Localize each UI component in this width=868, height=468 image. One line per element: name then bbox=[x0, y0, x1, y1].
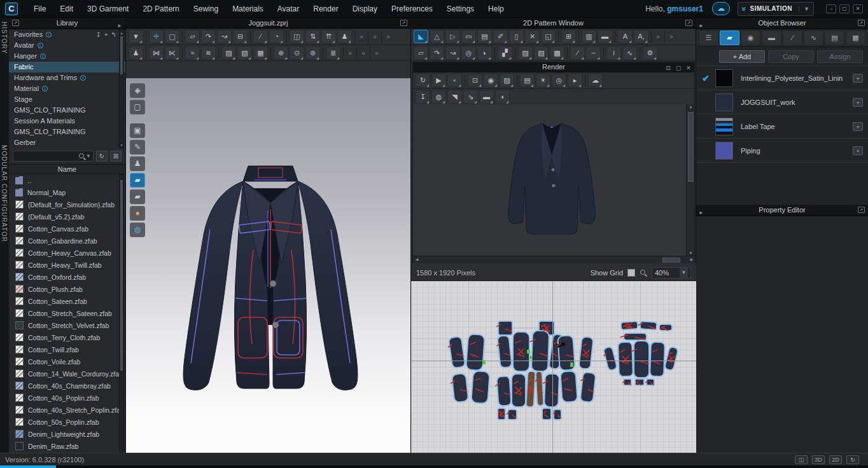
fold-steam-tool[interactable]: ≈◢ bbox=[185, 46, 200, 60]
garment-show-tool[interactable]: ▣ bbox=[130, 123, 145, 138]
library-category-hardware-and-trims[interactable]: Hardware and Trimsi bbox=[9, 72, 125, 83]
stress-map-tool[interactable]: ▦◢ bbox=[253, 46, 268, 60]
username-link[interactable]: gmsuser1 bbox=[667, 4, 703, 13]
arrange-pattern-tool[interactable]: ◫◢ bbox=[290, 30, 304, 43]
library-category-session-a-materials[interactable]: Session A Materials bbox=[9, 116, 125, 127]
buttonhole-tool[interactable]: ⊙◢ bbox=[290, 46, 304, 60]
menu-item-avatar[interactable]: Avatar bbox=[270, 0, 306, 18]
fabric-item-piping[interactable]: Piping＋ bbox=[696, 139, 868, 163]
edit-seam-tool[interactable]: ↝◢ bbox=[445, 46, 460, 60]
popout-icon[interactable]: ↗ bbox=[858, 20, 865, 26]
edit-curvature-tool[interactable]: ▷◢ bbox=[445, 30, 460, 43]
file-item-cotton-oxford-zfab[interactable]: Cotton_Oxford.zfab bbox=[9, 271, 125, 283]
show-garment-tool[interactable]: ▞◢ bbox=[498, 46, 512, 60]
reset-arrangement-tool[interactable]: ⇅◢ bbox=[305, 30, 320, 43]
copy-button[interactable]: Copy bbox=[768, 50, 814, 63]
fabric-item-interlining-polyester-satin-linin[interactable]: ✔Interlining_Polyester_Satin_Linin＋ bbox=[696, 66, 868, 90]
file-item-cotton-canvas-zfab[interactable]: Cotton_Canvas.zfab bbox=[9, 223, 125, 235]
avatar-fit-tool[interactable]: ♟◢ bbox=[337, 30, 352, 43]
polygon-pattern-tool[interactable]: ✐◢ bbox=[493, 30, 508, 43]
library-category-stage[interactable]: Stage bbox=[9, 94, 125, 105]
dart-tool[interactable]: ✕◢ bbox=[525, 30, 540, 43]
item-options-icon[interactable]: ＋ bbox=[853, 74, 863, 83]
edit-curve-point-tool[interactable]: ▭◢ bbox=[461, 30, 476, 43]
stitch-dashed-tool[interactable]: ┄◢ bbox=[586, 46, 601, 60]
app-logo-icon[interactable]: C bbox=[5, 3, 18, 15]
menu-item-sewing[interactable]: Sewing bbox=[186, 0, 225, 18]
render-vertical-scrollbar[interactable]: ▲ ▼ bbox=[686, 104, 694, 256]
menu-item-preferences[interactable]: Preferences bbox=[384, 0, 440, 18]
menu-item-edit[interactable]: Edit bbox=[53, 0, 80, 18]
image-settings-tool[interactable]: ▤◢ bbox=[520, 74, 535, 87]
select-move-tool[interactable]: ✛◢ bbox=[149, 30, 164, 43]
item-options-icon[interactable]: ＋ bbox=[853, 98, 863, 107]
overflow-more-icon[interactable]: » bbox=[654, 33, 662, 40]
pattern-canvas[interactable] bbox=[411, 281, 696, 453]
overflow-more-icon[interactable]: » bbox=[346, 50, 354, 57]
fabric-tab[interactable]: ▰ bbox=[720, 31, 739, 45]
menu-item-settings[interactable]: Settings bbox=[440, 0, 481, 18]
maximize-icon[interactable]: ▢ bbox=[675, 64, 682, 73]
file-item-cotton-50s-poplin-zfab[interactable]: Cotton_50s_Poplin.zfab bbox=[9, 416, 125, 428]
file-scrollbar[interactable] bbox=[119, 174, 124, 453]
wrinkle-tool[interactable]: ≋◢ bbox=[201, 46, 216, 60]
menu-item-help[interactable]: Help bbox=[481, 0, 511, 18]
library-category-fabric[interactable]: Fabric bbox=[9, 62, 125, 72]
library-category-favorites[interactable]: Favoritesi↧+↰ bbox=[9, 29, 125, 40]
trim-tab[interactable]: ▦ bbox=[846, 31, 865, 45]
scroll-up-icon[interactable]: ▲ bbox=[687, 105, 695, 109]
light-rays-tool[interactable]: ⇘◢ bbox=[463, 90, 478, 104]
overflow-more-icon[interactable]: » bbox=[370, 33, 379, 40]
brush-tool[interactable]: ✎ bbox=[130, 140, 145, 155]
pin-icon[interactable]: ► bbox=[699, 20, 704, 31]
light-direction-tool[interactable]: ◥◢ bbox=[447, 90, 462, 104]
file-item-cotton-voile-zfab[interactable]: Cotton_Voile.zfab bbox=[9, 355, 125, 368]
file-item-cotton-heavy-canvas-zfab[interactable]: Cotton_Heavy_Canvas.zfab bbox=[9, 247, 125, 259]
restore-button[interactable]: ▢ bbox=[839, 4, 850, 13]
avatar-display-tool[interactable]: ● bbox=[130, 206, 145, 221]
sew-segment-tool[interactable]: ⋈◢ bbox=[149, 46, 164, 60]
fabric-item-joggsuit-work[interactable]: JOGGSUIT_work＋ bbox=[696, 90, 868, 114]
scrollbar-thumb[interactable] bbox=[688, 112, 694, 182]
download-icon[interactable]: ↧ bbox=[95, 29, 101, 40]
add-button[interactable]: + Add bbox=[719, 50, 765, 63]
translate-pattern-2d-tool[interactable]: ▱◢ bbox=[414, 46, 428, 60]
button-tool[interactable]: ⊕◢ bbox=[274, 46, 288, 60]
overflow-more-icon[interactable]: » bbox=[384, 33, 393, 40]
file-item-cotton-40s-poplin-zfab[interactable]: Cotton_40s_Poplin.zfab bbox=[9, 392, 125, 404]
render-horizontal-scrollbar[interactable]: ◀ ▶ bbox=[413, 256, 696, 263]
file-item-denim-lightweight-zfab[interactable]: Denim_Lightweight.zfab bbox=[9, 428, 125, 440]
grading-tool[interactable]: ▥◢ bbox=[582, 30, 596, 43]
file-list-header[interactable]: Name bbox=[9, 164, 125, 174]
scrollbar-thumb[interactable] bbox=[120, 36, 123, 74]
fabric-item-label-tape[interactable]: Label Tape＋ bbox=[696, 114, 868, 139]
menu-item-2d-pattern[interactable]: 2D Pattern bbox=[136, 0, 186, 18]
file-item-cotton-plush-zfab[interactable]: Cotton_Plush.zfab bbox=[9, 283, 125, 295]
texture-edit-tool[interactable]: ▨◢ bbox=[518, 46, 533, 60]
add-icon[interactable]: + bbox=[104, 29, 108, 40]
gizmo-dropdown-tool[interactable]: ▼◢ bbox=[129, 30, 143, 43]
sew-free-tool[interactable]: ⋉◢ bbox=[165, 46, 179, 60]
search-icon[interactable] bbox=[78, 153, 86, 160]
view-3d-button[interactable]: 3D bbox=[812, 455, 825, 464]
pin-tool[interactable]: ∕◢ bbox=[253, 30, 268, 43]
file-item-cotton-stretch-sateen-zfab[interactable]: Cotton_Stretch_Sateen.zfab bbox=[9, 307, 125, 319]
scene-tab[interactable]: ☰ bbox=[699, 31, 718, 45]
library-category-avatar[interactable]: Avatari bbox=[9, 40, 125, 51]
rectangle-pattern-tool[interactable]: ▯◢ bbox=[509, 30, 524, 43]
seam-allowance-tool[interactable]: ≀◢ bbox=[606, 46, 621, 60]
file-item-[interactable]: .. bbox=[9, 174, 125, 186]
scrollbar-thumb[interactable] bbox=[662, 258, 680, 263]
colorway-tool[interactable]: ▩◢ bbox=[550, 46, 564, 60]
puckering-tab[interactable]: ∿ bbox=[804, 31, 823, 45]
modular-configurator-vertical-tab[interactable]: MODULAR CONFIGURATOR bbox=[1, 145, 8, 242]
open-image-tool[interactable]: ▨◢ bbox=[500, 74, 514, 87]
file-item-cotton-gabardine-zfab[interactable]: Cotton_Gabardine.zfab bbox=[9, 235, 125, 247]
popout-icon[interactable]: ↗ bbox=[400, 20, 407, 26]
library-category-hanger[interactable]: Hangeri bbox=[9, 51, 125, 62]
fold-arrangement-tool[interactable]: ⊟◢ bbox=[233, 30, 248, 43]
strain-map-tool[interactable]: ▧◢ bbox=[237, 46, 252, 60]
render-preview[interactable] bbox=[413, 104, 687, 256]
item-options-icon[interactable]: ＋ bbox=[853, 146, 863, 155]
add-point-tool[interactable]: ▤◢ bbox=[477, 30, 492, 43]
